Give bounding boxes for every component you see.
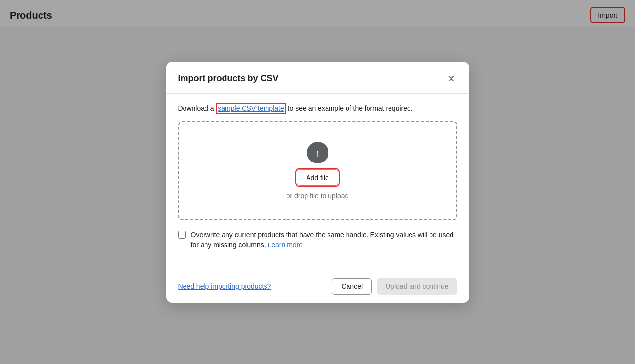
csv-description: Download a sample CSV template to see an… xyxy=(178,103,457,114)
overwrite-checkbox[interactable] xyxy=(178,231,186,239)
modal-overlay: Import products by CSV ✕ Download a samp… xyxy=(0,0,635,364)
upload-continue-button[interactable]: Upload and continue xyxy=(377,278,457,295)
file-drop-zone[interactable]: ↑ Add file or drop file to upload xyxy=(178,121,457,220)
cancel-button[interactable]: Cancel xyxy=(332,278,372,295)
overwrite-checkbox-section: Overwrite any current products that have… xyxy=(178,230,457,250)
learn-more-link[interactable]: Learn more xyxy=(267,241,303,249)
close-button[interactable]: ✕ xyxy=(445,72,457,85)
close-icon: ✕ xyxy=(447,73,455,84)
modal-header: Import products by CSV ✕ xyxy=(166,62,469,94)
drop-text: or drop file to upload xyxy=(287,192,349,200)
modal-body: Download a sample CSV template to see an… xyxy=(166,94,469,270)
footer-buttons: Cancel Upload and continue xyxy=(332,278,457,295)
modal-footer: Need help importing products? Cancel Upl… xyxy=(166,270,469,303)
upload-icon-circle: ↑ xyxy=(307,142,328,163)
help-link[interactable]: Need help importing products? xyxy=(178,283,271,290)
upload-icon: ↑ xyxy=(315,148,320,158)
import-modal: Import products by CSV ✕ Download a samp… xyxy=(166,62,469,303)
overwrite-label: Overwrite any current products that have… xyxy=(191,230,457,250)
add-file-button[interactable]: Add file xyxy=(297,169,338,186)
page-background: Products Import xyxy=(0,0,635,364)
modal-title: Import products by CSV xyxy=(178,73,279,83)
csv-template-link[interactable]: sample CSV template xyxy=(216,103,286,114)
